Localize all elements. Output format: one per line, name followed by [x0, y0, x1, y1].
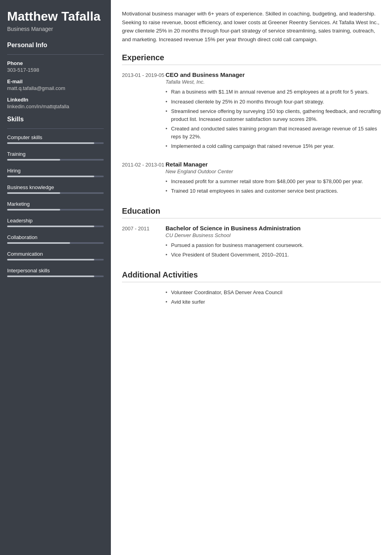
entry-date: 2007 - 2011	[122, 225, 166, 261]
skill-bar-track	[7, 142, 104, 144]
bullet-item: Streamlined service offering by surveyin…	[166, 107, 381, 123]
education-section: Education 2007 - 2011Bachelor of Science…	[122, 207, 381, 261]
activities-list: Volunteer Coordinator, BSA Denver Area C…	[166, 289, 381, 306]
main-content: Motivational business manager with 6+ ye…	[111, 0, 392, 555]
entry-row: 2011-02 - 2013-01Retail ManagerNew Engla…	[122, 161, 381, 197]
phone-label: Phone	[7, 60, 104, 66]
education-list: 2007 - 2011Bachelor of Science in Busine…	[122, 225, 381, 261]
contact-linkedin: LinkedIn linkedin.com/in/mattqtafalla	[7, 97, 104, 109]
skill-bar-fill	[7, 226, 94, 227]
experience-section: Experience 2013-01 - 2019-05CEO and Busi…	[122, 53, 381, 197]
skill-bar-fill	[7, 192, 60, 194]
skill-bar-fill	[7, 209, 60, 211]
skills-heading: Skills	[7, 116, 104, 123]
experience-list: 2013-01 - 2019-05CEO and Business Manage…	[122, 71, 381, 197]
skill-item: Computer skills	[7, 134, 104, 144]
entry-company: Tafalla West, Inc.	[166, 79, 381, 85]
candidate-name: Matthew Tafalla	[7, 10, 104, 23]
entry-body: Retail ManagerNew England Outdoor Center…	[166, 161, 381, 197]
skill-name: Computer skills	[7, 134, 104, 140]
entry-company: New England Outdoor Center	[166, 168, 381, 174]
linkedin-label: LinkedIn	[7, 97, 104, 103]
skill-bar-fill	[7, 276, 94, 277]
activity-item: Volunteer Coordinator, BSA Denver Area C…	[166, 289, 381, 297]
skill-name: Training	[7, 151, 104, 157]
sidebar: Matthew Tafalla Business Manager Persona…	[0, 0, 111, 555]
skill-name: Leadership	[7, 218, 104, 224]
skill-item: Collaboration	[7, 234, 104, 244]
skill-bar-fill	[7, 142, 94, 144]
skill-bar-track	[7, 192, 104, 194]
skill-item: Hiring	[7, 168, 104, 177]
personal-info-divider	[7, 54, 104, 55]
entry-row: 2007 - 2011Bachelor of Science in Busine…	[122, 225, 381, 261]
entry-title: CEO and Business Manager	[166, 71, 381, 78]
skill-bar-track	[7, 242, 104, 244]
bullet-item: Increased clientele by 25% in 20 months …	[166, 98, 381, 106]
bullet-item: Vice President of Student Government, 20…	[166, 251, 381, 259]
education-rule	[122, 218, 381, 218]
skill-name: Business knowledge	[7, 184, 104, 190]
skill-bar-track	[7, 226, 104, 227]
bullet-item: Ran a business with $1.1M in annual reve…	[166, 88, 381, 96]
skill-bar-track	[7, 159, 104, 161]
entry-body: CEO and Business ManagerTafalla West, In…	[166, 71, 381, 152]
skill-item: Training	[7, 151, 104, 161]
skill-bar-track	[7, 259, 104, 260]
skill-bar-track	[7, 176, 104, 177]
entry-date: 2011-02 - 2013-01	[122, 161, 166, 197]
email-label: E-mail	[7, 78, 104, 84]
bullet-item: Pursued a passion for business managemen…	[166, 241, 381, 249]
skill-name: Hiring	[7, 168, 104, 174]
skill-name: Communication	[7, 251, 104, 257]
entry-title: Bachelor of Science in Business Administ…	[166, 225, 381, 232]
contact-phone: Phone 303-517-1598	[7, 60, 104, 73]
skill-bar-fill	[7, 259, 94, 260]
skill-name: Marketing	[7, 201, 104, 207]
skill-bar-track	[7, 209, 104, 211]
skill-bar-fill	[7, 242, 70, 244]
bullet-item: Trained 10 retail employees in sales and…	[166, 187, 381, 195]
personal-info-heading: Personal Info	[7, 42, 104, 49]
linkedin-value: linkedin.com/in/mattqtafalla	[7, 103, 104, 109]
skill-name: Collaboration	[7, 234, 104, 240]
experience-heading: Experience	[122, 53, 381, 62]
skill-item: Leadership	[7, 218, 104, 227]
education-heading: Education	[122, 207, 381, 216]
activities-heading: Additional Activities	[122, 270, 381, 279]
bullet-item: Increased profit for a summer retail sto…	[166, 178, 381, 186]
activity-item: Avid kite surfer	[166, 298, 381, 306]
skill-bar-track	[7, 276, 104, 277]
phone-value: 303-517-1598	[7, 67, 104, 73]
entry-company: CU Denver Business School	[166, 232, 381, 238]
email-value: matt.q.tafalla@gmail.com	[7, 85, 104, 91]
activities-rule	[122, 282, 381, 282]
skill-bar-fill	[7, 159, 60, 161]
entry-body: Bachelor of Science in Business Administ…	[166, 225, 381, 261]
skill-item: Communication	[7, 251, 104, 260]
skills-list: Computer skillsTrainingHiringBusiness kn…	[7, 134, 104, 277]
entry-date: 2013-01 - 2019-05	[122, 71, 166, 152]
skill-item: Interpersonal skills	[7, 268, 104, 277]
summary-text: Motivational business manager with 6+ ye…	[122, 10, 381, 44]
experience-rule	[122, 65, 381, 65]
skill-item: Marketing	[7, 201, 104, 211]
skill-item: Business knowledge	[7, 184, 104, 194]
bullet-item: Created and conducted sales training pro…	[166, 125, 381, 140]
entry-bullets: Ran a business with $1.1M in annual reve…	[166, 88, 381, 150]
entry-bullets: Pursued a passion for business managemen…	[166, 241, 381, 259]
entry-row: 2013-01 - 2019-05CEO and Business Manage…	[122, 71, 381, 152]
skill-bar-fill	[7, 176, 94, 177]
entry-title: Retail Manager	[166, 161, 381, 168]
entry-bullets: Increased profit for a summer retail sto…	[166, 178, 381, 195]
contact-email: E-mail matt.q.tafalla@gmail.com	[7, 78, 104, 91]
activities-section: Additional Activities Volunteer Coordina…	[122, 270, 381, 306]
skills-divider	[7, 128, 104, 129]
candidate-title: Business Manager	[7, 26, 104, 32]
bullet-item: Implemented a cold calling campaign that…	[166, 142, 381, 150]
skill-name: Interpersonal skills	[7, 268, 104, 274]
